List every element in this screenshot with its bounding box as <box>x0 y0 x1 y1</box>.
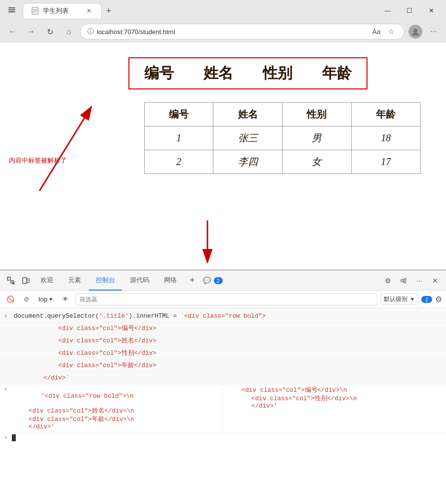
console-chevron-right-1: › <box>4 312 10 321</box>
td-gender-2: 女 <box>283 150 352 174</box>
maximize-button[interactable]: ☐ <box>400 3 419 17</box>
browser-tab[interactable]: 学生列表 ✕ <box>23 3 102 18</box>
dt-tab-sources[interactable]: 源代码 <box>123 271 156 291</box>
console-output-text-4: </div>' <box>14 423 55 430</box>
console-input-line-4: › <div class="col">性别</div> <box>0 347 446 360</box>
message-badge[interactable]: 2 <box>421 296 432 303</box>
security-icon: ⓘ <box>87 27 94 36</box>
remote-debug-button[interactable] <box>397 274 410 288</box>
table-row: 1 张三 男 18 <box>144 126 420 150</box>
close-window-button[interactable]: ✕ <box>421 3 441 17</box>
block-icon-button[interactable]: ⊘ <box>20 293 33 306</box>
console-code-3: <div class="col">姓名</div> <box>14 336 157 345</box>
page-content: 编号 姓名 性别 年龄 编号 姓名 性别 年龄 1 张三 男 <box>0 42 446 270</box>
favorites-icon[interactable]: ☆ <box>385 26 397 38</box>
profile-button[interactable] <box>408 25 422 39</box>
home-button[interactable]: ⌂ <box>61 24 76 39</box>
back-button[interactable]: ← <box>5 24 20 39</box>
title-box: 编号 姓名 性别 年龄 <box>128 57 367 89</box>
url-text: localhost:7070/student.html <box>97 28 367 36</box>
inspect-element-button[interactable] <box>4 274 18 288</box>
device-toolbar-button[interactable] <box>19 274 33 288</box>
console-code-5: <div class="col">年龄</div> <box>14 361 157 370</box>
title-box-inner: 编号 姓名 性别 年龄 <box>144 63 352 84</box>
annotation-label: 内容中标签被解析了 <box>9 156 67 165</box>
svg-rect-15 <box>27 279 29 283</box>
log-level-dropdown-icon: ▼ <box>410 296 415 302</box>
devtools-secondary-toolbar: 🚫 ⊘ top ▼ 👁 默认级别 ▼ 2 ⚙ <box>0 291 446 308</box>
reader-mode-icon[interactable]: Aa <box>370 26 382 38</box>
dt-tab-welcome[interactable]: 欢迎 <box>34 271 60 291</box>
svg-point-16 <box>401 279 404 282</box>
log-level-dropdown[interactable]: 默认级别 ▼ <box>380 294 418 305</box>
context-dropdown-icon: ▼ <box>48 296 53 302</box>
filter-input[interactable] <box>75 294 377 305</box>
dt-tab-elements[interactable]: 元素 <box>61 271 88 291</box>
refresh-button[interactable]: ↻ <box>42 24 57 39</box>
td-gender-1: 男 <box>283 126 352 150</box>
console-output-text-1: '<div class="row bold">\n <box>4 393 134 407</box>
minimize-button[interactable]: — <box>378 3 398 17</box>
devtools-toolbar: 欢迎 元素 控制台 源代码 网络 + 💬 2 ⚙ ··· ✕ <box>0 271 446 291</box>
svg-rect-14 <box>23 278 27 284</box>
console-code-6: </div>` <box>14 374 70 382</box>
context-selector[interactable]: top ▼ <box>36 294 56 304</box>
svg-point-17 <box>404 278 406 280</box>
more-devtools-button[interactable]: ··· <box>412 274 426 288</box>
console-input-line-6: › </div>` <box>0 372 446 384</box>
window-controls: — ☐ ✕ <box>378 3 441 17</box>
devtools-console[interactable]: › document.querySelector('.title').inner… <box>0 308 446 504</box>
dt-tab-console[interactable]: 控制台 <box>89 271 122 291</box>
tab-title: 学生列表 <box>43 6 69 15</box>
title-col-2: 姓名 <box>203 63 233 84</box>
url-bar[interactable]: ⓘ localhost:7070/student.html Aa ☆ <box>80 24 405 40</box>
td-id-2: 2 <box>144 150 213 174</box>
console-output-col2-1: <div class="col">编号</div>\n <box>227 387 347 394</box>
eye-icon-button[interactable]: 👁 <box>59 293 72 306</box>
svg-rect-2 <box>8 11 15 12</box>
title-bar: 学生列表 ✕ + — ☐ ✕ <box>0 0 446 21</box>
tab-area: 学生列表 ✕ + <box>23 3 374 18</box>
console-input-line-5: › <div class="col">年龄</div> <box>0 360 446 372</box>
console-output-text-2: <div class="col">姓名</div>\n <box>14 408 134 415</box>
table-header-row: 编号 姓名 性别 年龄 <box>144 103 420 126</box>
console-code-2: <div class="col">编号</div> <box>14 324 157 333</box>
td-name-2: 李四 <box>213 150 283 174</box>
dt-tab-network[interactable]: 网络 <box>157 271 184 291</box>
console-output-line: ‹ '<div class="row bold">\n <div class="… <box>0 384 446 432</box>
sidebar-toggle[interactable] <box>5 3 19 17</box>
address-icons: Aa ☆ <box>370 26 397 38</box>
devtools-settings-area: ⚙ ··· ✕ <box>381 274 442 288</box>
console-settings-icon[interactable]: ⚙ <box>435 294 442 304</box>
th-name: 姓名 <box>213 103 283 126</box>
td-name-1: 张三 <box>213 126 283 150</box>
title-col-3: 性别 <box>263 63 292 84</box>
console-cursor-line[interactable]: › <box>0 432 446 443</box>
tab-close-button[interactable]: ✕ <box>84 6 93 15</box>
close-devtools-button[interactable]: ✕ <box>428 274 442 288</box>
svg-line-19 <box>404 280 405 280</box>
badge-count: 2 <box>214 277 223 284</box>
log-level-label: 默认级别 <box>384 295 407 303</box>
tab-page-icon <box>31 7 39 15</box>
console-cursor <box>12 434 16 441</box>
console-input-line-1: › document.querySelector('.title').inner… <box>0 310 446 323</box>
top-label: top <box>39 295 47 303</box>
svg-point-7 <box>413 29 417 33</box>
console-output-col2-3: </div>' <box>237 403 278 410</box>
settings-button[interactable]: ⚙ <box>381 274 395 288</box>
svg-point-18 <box>404 281 406 283</box>
forward-button[interactable]: → <box>24 24 39 39</box>
dt-more-tabs-button[interactable]: + <box>185 275 200 286</box>
title-col-1: 编号 <box>144 63 174 84</box>
title-col-4: 年龄 <box>322 63 352 84</box>
console-output-arrow: ‹ <box>4 386 7 393</box>
svg-line-20 <box>404 281 405 282</box>
td-age-2: 17 <box>351 150 420 174</box>
student-table: 编号 姓名 性别 年龄 1 张三 男 18 2 李四 女 17 <box>144 102 421 174</box>
console-input-line-2: › <div class="col">编号</div> <box>0 323 446 335</box>
clear-console-button[interactable]: 🚫 <box>4 293 17 306</box>
more-options-button[interactable]: ··· <box>426 24 441 39</box>
new-tab-button[interactable]: + <box>102 4 116 18</box>
table-row: 2 李四 女 17 <box>144 150 420 174</box>
